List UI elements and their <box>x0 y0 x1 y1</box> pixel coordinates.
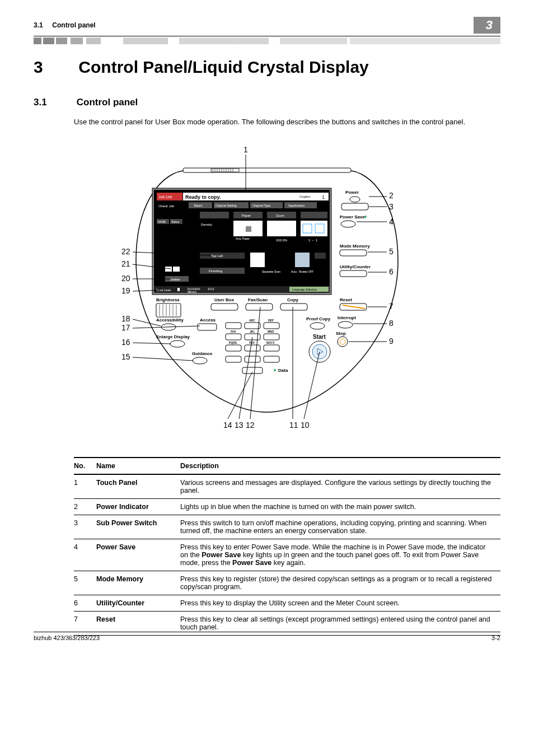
svg-rect-65 <box>177 288 180 291</box>
svg-rect-45 <box>301 221 327 236</box>
svg-text:Application: Application <box>288 204 305 207</box>
svg-rect-57 <box>165 267 172 272</box>
svg-rect-105 <box>246 304 273 310</box>
svg-text:16: 16 <box>121 338 130 347</box>
svg-rect-51 <box>250 253 265 267</box>
svg-text:9: 9 <box>389 337 394 346</box>
svg-text:Basic: Basic <box>194 204 203 207</box>
svg-text:Check Job: Check Job <box>158 204 175 208</box>
svg-text:ABC: ABC <box>249 319 255 322</box>
chapter-title-text: Control Panel/Liquid Crystal Display <box>78 58 368 76</box>
svg-text:9: 9 <box>270 346 273 351</box>
svg-text:6: 6 <box>270 335 273 340</box>
section-intro: Use the control panel for User Box mode … <box>74 117 500 128</box>
svg-text:Memory: Memory <box>188 291 197 293</box>
svg-text:Separate Scan: Separate Scan <box>262 270 280 273</box>
svg-text:7: 7 <box>232 346 235 351</box>
svg-text:Ready to copy.: Ready to copy. <box>185 194 221 200</box>
svg-text:DEF: DEF <box>268 319 274 322</box>
svg-text:User Box: User Box <box>214 297 235 302</box>
svg-rect-144 <box>226 356 241 362</box>
svg-rect-0 <box>183 168 351 172</box>
svg-text:15: 15 <box>121 352 130 361</box>
svg-text:100.0%: 100.0% <box>276 239 288 242</box>
control-panel-diagram: Job List Ready to copy. Copies: 1 Check … <box>121 143 413 435</box>
svg-point-93 <box>310 323 325 329</box>
svg-text:11: 11 <box>289 421 298 430</box>
svg-text:Job List: Job List <box>158 195 172 199</box>
svg-text:C: C <box>251 368 254 374</box>
svg-text:PQRS: PQRS <box>229 341 237 344</box>
svg-text:1: 1 <box>232 324 235 329</box>
svg-text:Power Save: Power Save <box>340 214 365 220</box>
svg-text:10: 10 <box>301 421 310 430</box>
svg-text:0: 0 <box>251 357 254 362</box>
section-title-text: Control panel <box>77 97 138 108</box>
page-header: 3.1 Control panel 3 <box>34 17 500 36</box>
svg-point-87 <box>338 337 348 347</box>
table-row: 5 Mode Memory Press this key to register… <box>74 571 500 595</box>
svg-text:Language Selection: Language Selection <box>292 288 317 291</box>
svg-rect-33 <box>200 212 229 218</box>
svg-text:19: 19 <box>121 286 130 295</box>
svg-text:#: # <box>270 357 273 362</box>
chapter-number: 3 <box>34 58 74 77</box>
section-number: 3.1 <box>34 97 74 108</box>
svg-text:13: 13 <box>235 421 243 430</box>
svg-text:Density: Density <box>201 223 212 226</box>
svg-point-115 <box>193 357 207 364</box>
section-title: 3.1 Control panel <box>34 97 500 108</box>
svg-text:8: 8 <box>251 346 254 351</box>
power-save-desc: Press this key to enter Power Save mode.… <box>180 539 500 571</box>
svg-text:Brightness: Brightness <box>156 297 180 302</box>
svg-rect-111 <box>198 324 217 330</box>
svg-rect-41 <box>246 226 251 232</box>
svg-text:3: 3 <box>389 202 394 211</box>
svg-text:Delete: Delete <box>170 278 180 281</box>
svg-rect-80 <box>340 270 367 277</box>
svg-text:Copy: Copy <box>287 297 299 302</box>
svg-text:GHI: GHI <box>231 330 236 333</box>
svg-text:Zoom: Zoom <box>276 214 284 217</box>
svg-text:Accessibility: Accessibility <box>156 318 184 323</box>
page-footer: bizhub 423/363/283/223 3-2 <box>34 632 500 641</box>
svg-text:1: 1 <box>243 145 248 154</box>
svg-text:Guidance: Guidance <box>192 351 213 356</box>
svg-text:22: 22 <box>121 247 130 256</box>
chapter-badge: 3 <box>474 17 500 34</box>
svg-text:1 ↔ 1: 1 ↔ 1 <box>308 239 318 242</box>
svg-text:Interrupt: Interrupt <box>338 315 356 320</box>
svg-text:Finishing: Finishing <box>209 269 222 273</box>
svg-text:Auto: Auto <box>291 270 297 273</box>
svg-text:6: 6 <box>389 267 394 276</box>
svg-point-76 <box>341 221 355 227</box>
svg-rect-95 <box>156 304 181 317</box>
svg-text:JKL: JKL <box>250 330 255 333</box>
svg-text:Reset: Reset <box>340 297 352 302</box>
table-row: 3 Sub Power Switch Press this switch to … <box>74 515 500 539</box>
svg-rect-43 <box>267 221 296 236</box>
svg-text:17: 17 <box>121 323 130 332</box>
svg-text:14: 14 <box>223 421 232 430</box>
svg-text:Fax/Scan: Fax/Scan <box>248 297 268 302</box>
svg-rect-38 <box>301 212 327 218</box>
svg-text:12: 12 <box>246 421 255 430</box>
footer-right: 3-2 <box>491 634 500 641</box>
table-row: 6 Utility/Counter Press this key to disp… <box>74 595 500 611</box>
svg-text:Original Type: Original Type <box>252 204 270 207</box>
th-no: No. <box>74 458 96 474</box>
svg-text:Auto Paper: Auto Paper <box>236 237 250 240</box>
svg-text:Original Setting: Original Setting <box>216 204 237 207</box>
header-section-ref: 3.1 <box>34 21 43 29</box>
svg-text:18: 18 <box>121 314 130 323</box>
svg-text:Start: Start <box>313 334 326 340</box>
svg-point-85 <box>338 321 353 328</box>
svg-text:Data: Data <box>278 368 288 373</box>
decor-stripe <box>34 38 500 44</box>
svg-text:1: 1 <box>322 194 325 200</box>
svg-text:21: 21 <box>121 259 130 268</box>
svg-text:Power: Power <box>345 190 359 195</box>
header-section-name: Control panel <box>52 21 95 29</box>
svg-text:10:13: 10:13 <box>208 288 214 291</box>
svg-text:Proof Copy: Proof Copy <box>306 316 331 321</box>
